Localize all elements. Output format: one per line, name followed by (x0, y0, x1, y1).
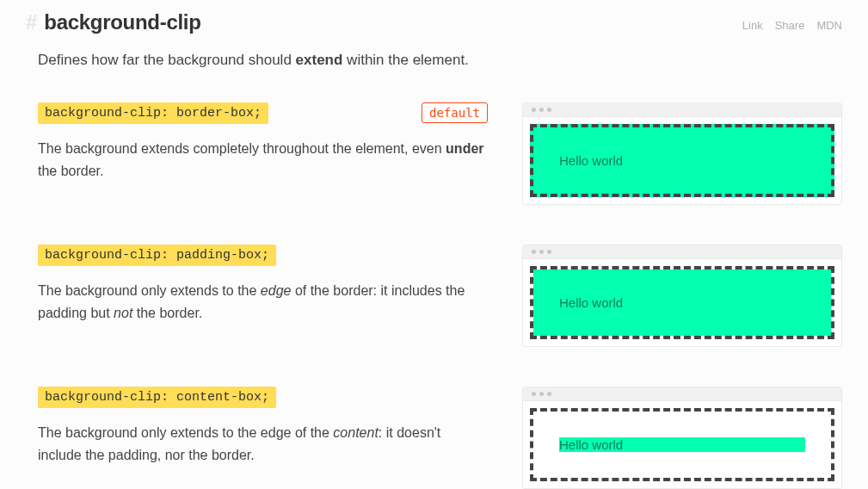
demo-element: Hello world (530, 124, 834, 197)
window-dot-icon (532, 392, 536, 396)
anchor-hash[interactable]: # (26, 10, 37, 34)
code-snippet: background-clip: content-box; (38, 387, 276, 408)
window-dot-icon (532, 108, 536, 112)
demo-element: Hello world (530, 408, 834, 481)
preview-card: Hello world (522, 102, 842, 205)
example-description: The background only extends to the edge … (38, 422, 488, 466)
window-dot-icon (547, 392, 551, 396)
preview-window-header (523, 103, 841, 117)
code-snippet: background-clip: padding-box; (38, 244, 276, 266)
window-dot-icon (539, 250, 544, 254)
demo-element: Hello world (530, 266, 834, 339)
default-badge: default (422, 102, 488, 123)
window-dot-icon (539, 108, 544, 112)
window-dot-icon (532, 250, 536, 254)
link-link[interactable]: Link (742, 19, 763, 32)
preview-window-header (523, 387, 841, 401)
example-description: The background only extends to the edge … (38, 280, 488, 324)
window-dot-icon (547, 250, 551, 254)
intro-text: Defines how far the background should ex… (38, 48, 842, 71)
header-links: Link Share MDN (742, 19, 842, 32)
example-description: The background extends completely throug… (38, 138, 488, 182)
window-dot-icon (539, 392, 544, 396)
mdn-link[interactable]: MDN (816, 19, 842, 32)
preview-card: Hello world (522, 244, 842, 347)
window-dot-icon (547, 108, 551, 112)
preview-card: Hello world (522, 387, 842, 489)
share-link[interactable]: Share (775, 19, 805, 32)
preview-window-header (523, 245, 841, 259)
code-snippet: background-clip: border-box; (38, 102, 268, 124)
page-title: background-clip (44, 10, 200, 34)
